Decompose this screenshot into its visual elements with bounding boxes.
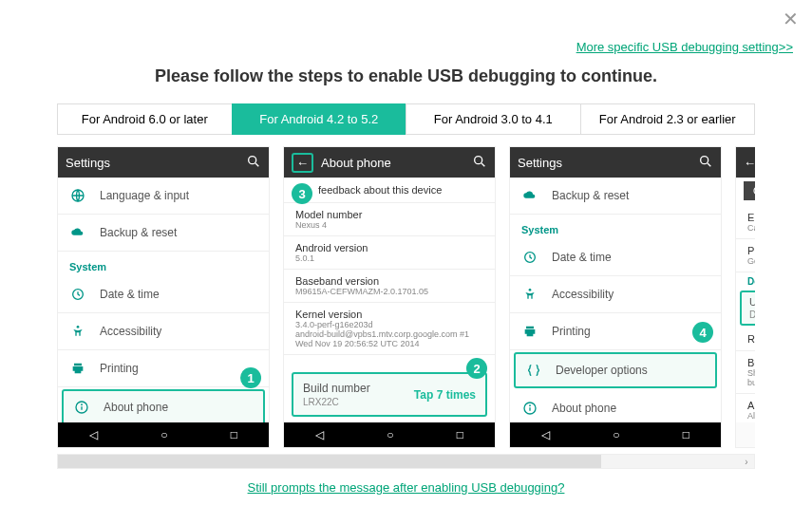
- build-number-highlight: Build numberLRX22C Tap 7 times: [292, 372, 487, 417]
- item-label: Date & time: [552, 251, 612, 264]
- dialog-title: Please follow the steps to enable USB de…: [0, 66, 812, 86]
- print-icon: [69, 360, 86, 377]
- row-title: Android version: [295, 242, 483, 253]
- nav-recent-icon: □: [683, 428, 689, 441]
- row-sub: Nexus 4: [295, 220, 483, 230]
- item-label: Developer options: [556, 364, 648, 377]
- row-sub: Allow mock locatio: [747, 411, 755, 421]
- svg-line-9: [482, 163, 484, 166]
- nav-home-icon: ○: [387, 428, 393, 441]
- tap-7-times-label: Tap 7 times: [414, 388, 476, 402]
- print-icon: [521, 323, 538, 340]
- about-phone-highlight: About phone: [62, 389, 265, 422]
- row-title: Model number: [295, 209, 483, 220]
- scroll-thumb[interactable]: [58, 455, 601, 468]
- nav-recent-icon: □: [231, 428, 237, 441]
- nav-home-icon: ○: [613, 428, 619, 441]
- step-badge-1: 1: [240, 367, 261, 388]
- debugging-section: Debugging: [736, 272, 755, 289]
- search-icon: [698, 154, 713, 172]
- row-title: Baseband version: [295, 275, 483, 287]
- screenshot-step-1: Settings Language & input Backup & reset…: [57, 146, 270, 448]
- tab-android-3[interactable]: For Android 3.0 to 4.1: [406, 103, 581, 135]
- back-arrow-icon: ←: [292, 153, 313, 173]
- nav-home-icon: ○: [161, 428, 167, 441]
- svg-line-1: [255, 163, 258, 166]
- phone3-header: Settings: [518, 156, 698, 170]
- screenshot-step-3: Settings Backup & reset System Date & ti…: [509, 146, 722, 448]
- android-nav-bar: ◁○□: [510, 422, 721, 447]
- back-arrow-icon: ←: [744, 156, 755, 170]
- more-settings-link[interactable]: More specific USB debugging setting>>: [576, 40, 793, 54]
- row-sub: 3.4.0-perf-g16e203d android-build@vpbs1.…: [295, 320, 483, 348]
- item-label: Language & input: [100, 189, 189, 202]
- android-nav-bar: ◁○□: [284, 422, 495, 447]
- svg-point-10: [701, 156, 708, 163]
- horizontal-scrollbar[interactable]: ‹ ›: [57, 454, 755, 469]
- tab-android-2-3[interactable]: For Android 2.3 or earlier: [580, 103, 756, 135]
- svg-line-11: [708, 163, 710, 166]
- tab-android-4-2[interactable]: For Android 4.2 to 5.2: [232, 103, 407, 135]
- row-title: Revoke USB debu: [747, 333, 755, 345]
- step-badge-2: 2: [466, 358, 487, 379]
- row-title: Enable Bluetooth: [747, 212, 755, 223]
- nav-back-icon: ◁: [89, 428, 98, 441]
- build-sub: LRX22C: [303, 397, 370, 407]
- row-title: Allow mock locat: [747, 400, 755, 411]
- phone1-header: Settings: [66, 156, 246, 170]
- phone2-header: About phone: [321, 156, 472, 170]
- braces-icon: [525, 362, 542, 379]
- row-sub: M9615A-CEFWMAZM-2.0.1701.05: [295, 287, 483, 296]
- developer-options-highlight: Developer options: [514, 352, 717, 388]
- tab-android-6[interactable]: For Android 6.0 or later: [57, 103, 233, 135]
- info-icon: [73, 399, 90, 416]
- screenshot-step-2: ← About phone 3 feedback about this devi…: [283, 146, 496, 448]
- nav-recent-icon: □: [457, 428, 463, 441]
- step-badge-4: 4: [692, 322, 713, 343]
- info-icon: [521, 400, 538, 417]
- accessibility-icon: [521, 286, 538, 303]
- build-title: Build number: [303, 382, 370, 395]
- close-button[interactable]: ✕: [783, 8, 799, 30]
- still-prompts-link[interactable]: Still prompts the message after enabling…: [248, 480, 565, 495]
- item-label: About phone: [552, 402, 616, 415]
- row-sub: Show a button in th bug report: [747, 368, 755, 387]
- svg-point-0: [249, 156, 256, 163]
- usb-debugging-title: USB debugging: [749, 296, 755, 308]
- item-label: Printing: [552, 325, 591, 338]
- row-sub: Capture all bluetoot: [747, 223, 755, 233]
- row-sub: Geeky stats about r: [747, 256, 755, 266]
- section-system: System: [510, 215, 721, 239]
- row-sub: 5.0.1: [295, 253, 483, 263]
- item-label: Printing: [100, 362, 139, 375]
- search-icon: [246, 154, 261, 172]
- item-label: Date & time: [100, 288, 160, 301]
- row-title: Bug report short: [747, 357, 755, 368]
- screenshot-step-4: ←Develop On Enable BluetoothCapture all …: [735, 146, 755, 448]
- cloud-icon: [521, 187, 538, 204]
- accessibility-icon: [69, 323, 86, 340]
- step-badge-3: 3: [292, 183, 312, 204]
- cloud-icon: [69, 224, 86, 241]
- item-label: Accessibility: [552, 288, 614, 301]
- row-title: Kernel version: [295, 309, 483, 320]
- section-system: System: [58, 252, 269, 276]
- clock-icon: [69, 286, 86, 303]
- scroll-right-arrow[interactable]: ›: [739, 455, 754, 468]
- svg-point-4: [77, 326, 80, 328]
- row-title: Process Stats: [747, 245, 755, 256]
- clock-icon: [521, 249, 538, 266]
- item-label: Accessibility: [100, 325, 161, 338]
- usb-debugging-sub: Debug mode when: [749, 309, 755, 320]
- item-label: About phone: [104, 401, 168, 414]
- feedback-label: feedback about this device: [318, 184, 442, 196]
- android-nav-bar: ◁○□: [58, 422, 269, 447]
- android-version-tabs: For Android 6.0 or later For Android 4.2…: [57, 103, 755, 135]
- item-label: Backup & reset: [552, 189, 629, 202]
- nav-back-icon: ◁: [541, 428, 550, 441]
- instruction-gallery: Settings Language & input Backup & reset…: [57, 146, 755, 448]
- item-label: Backup & reset: [100, 226, 177, 239]
- search-icon: [472, 154, 487, 172]
- globe-icon: [69, 187, 86, 204]
- svg-point-13: [529, 289, 532, 291]
